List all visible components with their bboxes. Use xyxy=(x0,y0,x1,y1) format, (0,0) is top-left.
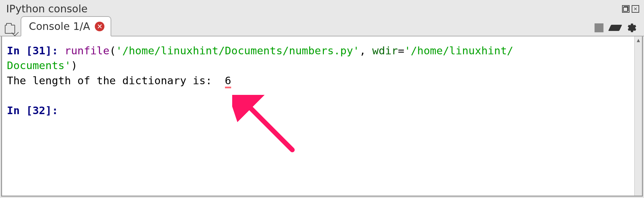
tab-bar-left xyxy=(5,25,21,36)
scroll-track[interactable] xyxy=(635,44,642,196)
input-prompt-suffix-2: ]: xyxy=(45,104,65,117)
path-string: '/home/linuxhint/Documents/numbers.py' xyxy=(116,44,359,57)
header-window-controls xyxy=(622,5,639,13)
input-prompt-suffix: ]: xyxy=(45,44,65,57)
stop-icon[interactable] xyxy=(595,23,603,32)
output-number: 6 xyxy=(225,74,231,88)
scrollbar[interactable]: ▲ xyxy=(634,36,642,196)
gear-icon[interactable] xyxy=(627,23,637,33)
input-prompt-prefix-2: In [ xyxy=(7,104,33,117)
wdir-string-part1: '/home/linuxhint/ xyxy=(404,44,513,57)
console-tab[interactable]: Console 1/A ✕ xyxy=(21,16,111,36)
input-prompt-number-2: 32 xyxy=(33,104,45,117)
panel-header: IPython console xyxy=(0,0,644,16)
input-prompt-prefix: In [ xyxy=(7,44,33,57)
browse-tabs-icon[interactable] xyxy=(5,25,15,34)
arrow-annotation-icon xyxy=(232,95,308,170)
toolbar-right xyxy=(595,23,639,36)
console-output[interactable]: In [31]: runfile('/home/linuxhint/Docume… xyxy=(2,36,634,196)
console-body: In [31]: runfile('/home/linuxhint/Docume… xyxy=(1,36,643,197)
equals: = xyxy=(398,44,405,57)
func-name: runfile xyxy=(65,44,110,57)
wdir-keyword: wdir xyxy=(372,44,398,57)
output-line-text: The length of the dictionary is: xyxy=(7,74,225,87)
close-window-icon[interactable] xyxy=(632,5,639,13)
restore-window-icon[interactable] xyxy=(622,5,630,13)
close-tab-icon[interactable]: ✕ xyxy=(95,22,104,31)
tab-label: Console 1/A xyxy=(29,20,90,32)
scroll-up-icon[interactable]: ▲ xyxy=(635,36,642,44)
clear-icon[interactable] xyxy=(608,25,622,31)
panel-title: IPython console xyxy=(6,3,88,15)
paren-open: ( xyxy=(110,44,116,57)
tab-bar: Console 1/A ✕ xyxy=(0,16,644,36)
comma: , xyxy=(360,44,372,57)
svg-line-1 xyxy=(244,102,292,150)
wdir-string-part2: Documents' xyxy=(7,59,71,72)
input-prompt-number: 31 xyxy=(33,44,45,57)
paren-close: ) xyxy=(71,59,78,72)
